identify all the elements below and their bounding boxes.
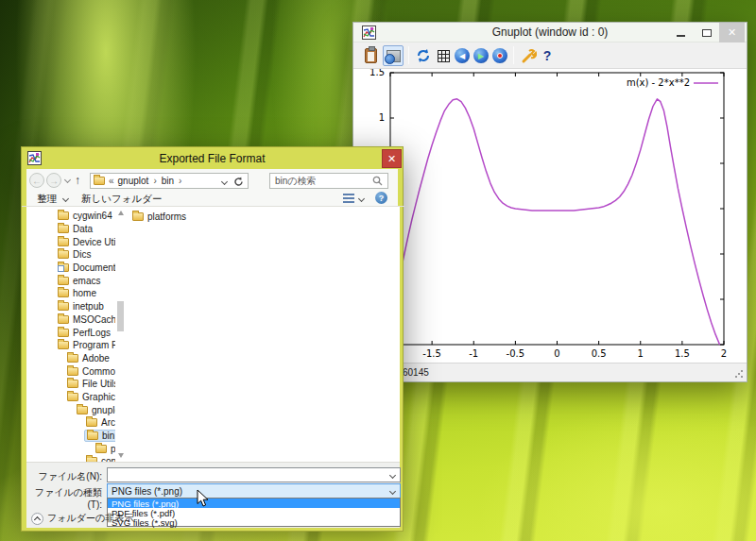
refresh-address-icon[interactable] — [233, 177, 244, 187]
tree-item-home[interactable]: home — [27, 287, 115, 300]
tree-item-dics[interactable]: Dics — [27, 248, 115, 262]
svg-text:0.5: 0.5 — [592, 348, 607, 359]
tree-item-file-utils[interactable]: File Utils — [27, 378, 115, 391]
tree-item-inetpub[interactable]: inetpub — [27, 300, 115, 313]
gnuplot-window: Gnuplot (window id : 0) ✕ ◀ ▶ ? -2-1.5-1… — [352, 22, 747, 382]
file-list: platforms — [127, 207, 399, 462]
gnuplot-app-icon — [362, 25, 376, 40]
breadcrumb-item-gnuplot[interactable]: gnuplot — [118, 176, 149, 186]
breadcrumb-separator: › — [153, 176, 156, 186]
folder-icon — [67, 393, 78, 401]
tree-item-clipped[interactable]: contrib — [27, 455, 115, 462]
resize-grip[interactable] — [734, 369, 744, 379]
maximize-button[interactable] — [694, 23, 719, 42]
folder-icon — [58, 315, 69, 324]
recent-locations-chevron-icon[interactable] — [64, 177, 71, 183]
help-icon[interactable]: ? — [537, 45, 558, 66]
tree-item-graphic-utils[interactable]: Graphic Ut — [27, 391, 115, 404]
zoom-next-icon[interactable]: ▶ — [471, 45, 491, 66]
filename-label: ファイル名(N): — [26, 470, 102, 483]
gnuplot-titlebar[interactable]: Gnuplot (window id : 0) ✕ — [353, 23, 747, 42]
organize-button[interactable]: 整理 — [37, 193, 57, 206]
svg-text:-0.5: -0.5 — [507, 348, 525, 359]
svg-text:1.5: 1.5 — [675, 348, 690, 359]
up-icon[interactable]: ↑ — [75, 174, 80, 187]
hide-folders-label: フォルダーの非表示 — [47, 512, 133, 525]
filetype-label: ファイルの種類(T): — [26, 486, 102, 510]
dialog-close-button[interactable]: ✕ — [382, 149, 402, 168]
scroll-up-icon[interactable] — [118, 211, 124, 215]
folder-icon — [67, 380, 78, 388]
folder-icon — [95, 445, 107, 453]
dropdown-option-svg[interactable]: SVG files (*.svg) — [108, 517, 400, 527]
refresh-icon[interactable] — [413, 45, 434, 66]
dropdown-option-png[interactable]: PNG files (*.png) — [108, 499, 400, 508]
tree-item-cygwin64[interactable]: cygwin64 — [27, 210, 115, 223]
grid-icon[interactable] — [433, 45, 454, 66]
hide-folders-button[interactable]: フォルダーの非表示 — [31, 512, 133, 525]
dropdown-option-pdf[interactable]: PDF files (*.pdf) — [108, 508, 400, 517]
svg-text:1: 1 — [379, 112, 385, 123]
scroll-down-icon[interactable] — [118, 453, 124, 458]
file-item-platforms[interactable]: platforms — [132, 211, 186, 222]
svg-text:0: 0 — [554, 348, 559, 359]
close-button[interactable]: ✕ — [719, 23, 745, 42]
tree-item-archive[interactable]: Archive — [27, 416, 115, 430]
folder-icon — [58, 250, 69, 259]
tree-item-platforms[interactable]: platfo — [27, 442, 115, 455]
tree-item-common-files[interactable]: Common F — [27, 364, 115, 378]
filetype-dropdown: PNG files (*.png) PDF files (*.pdf) SVG … — [107, 498, 401, 527]
zoom-reset-icon[interactable] — [490, 45, 510, 66]
filetype-combobox[interactable]: PNG files (*.png) — [107, 483, 401, 499]
scrollbar-thumb[interactable] — [117, 301, 124, 331]
combo-chevron-icon[interactable] — [389, 472, 396, 479]
gnuplot-window-title: Gnuplot (window id : 0) — [492, 25, 609, 39]
dialog-bottom-panel: ファイル名(N): ファイルの種類(T): PNG files (*.png) … — [26, 462, 400, 528]
tree-item-bin[interactable]: bin — [27, 430, 115, 443]
tree-item-emacs[interactable]: emacs — [27, 274, 115, 287]
desktop-wallpaper: { "desktop": { "colors": { "grass_dark":… — [0, 0, 756, 541]
filename-combobox[interactable] — [107, 467, 401, 482]
gnuplot-app-icon — [27, 151, 42, 165]
folder-icon — [67, 367, 78, 376]
tree-item-program-files[interactable]: Program Fil — [27, 339, 115, 352]
dialog-titlebar[interactable]: Exported File Format ✕ — [22, 147, 403, 169]
tree-item-device-utils[interactable]: Device Utils — [27, 235, 115, 248]
tree-scrollbar[interactable] — [116, 207, 125, 462]
tree-item-gnuplot[interactable]: gnuplot — [27, 403, 115, 416]
svg-text:2: 2 — [721, 348, 727, 359]
folder-icon — [86, 418, 97, 427]
dialog-help-icon[interactable]: ? — [375, 192, 387, 204]
copy-clipboard-icon[interactable] — [360, 45, 381, 66]
tree-item-adobe[interactable]: Adobe — [27, 352, 115, 365]
view-options-icon[interactable] — [343, 194, 354, 203]
address-dropdown-chevron-icon[interactable] — [221, 178, 228, 185]
folder-icon — [58, 225, 69, 233]
settings-wrench-icon[interactable] — [518, 45, 539, 66]
combo-chevron-icon[interactable] — [389, 488, 396, 495]
tree-item-documents[interactable]: Documents — [27, 262, 115, 275]
chevron-up-icon — [31, 513, 43, 525]
tree-item-msocache[interactable]: MSOCache — [27, 313, 115, 327]
dialog-title: Exported File Format — [159, 152, 265, 165]
folder-icon — [58, 341, 69, 349]
tree-item-perflogs[interactable]: PerfLogs — [27, 326, 115, 339]
breadcrumb[interactable]: « gnuplot › bin › — [90, 173, 249, 189]
search-text: binの検索 — [275, 175, 317, 188]
breadcrumb-prefix: « — [109, 176, 114, 186]
folder-tree: cygwin64 Data Device Utils Dics Document… — [27, 210, 115, 462]
breadcrumb-item-bin[interactable]: bin — [162, 176, 174, 186]
svg-text:-1.5: -1.5 — [422, 348, 441, 359]
dialog-content: cygwin64 Data Device Utils Dics Document… — [26, 207, 400, 462]
export-image-icon[interactable] — [383, 45, 404, 66]
view-options-chevron-icon[interactable] — [358, 195, 365, 202]
svg-text:-1: -1 — [469, 348, 478, 359]
tree-item-data[interactable]: Data — [27, 223, 115, 236]
folder-icon — [58, 277, 69, 285]
back-icon[interactable]: ← — [29, 173, 44, 188]
minimize-button[interactable] — [668, 23, 694, 42]
search-input[interactable]: binの検索 — [269, 173, 388, 189]
forward-icon[interactable]: → — [46, 173, 61, 188]
zoom-previous-icon[interactable]: ◀ — [452, 45, 472, 66]
new-folder-button[interactable]: 新しいフォルダー — [81, 193, 162, 206]
